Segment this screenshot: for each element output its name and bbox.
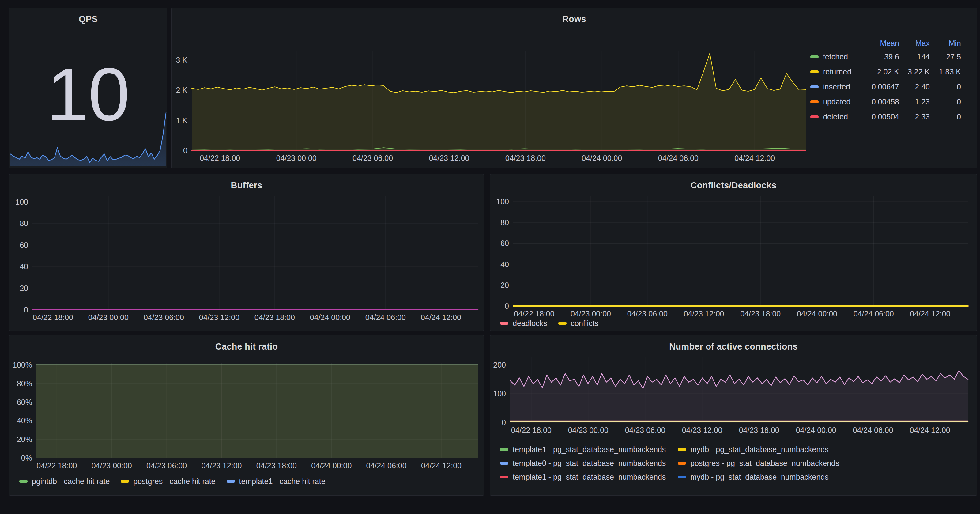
x-axis-label: 04/24 00:00	[311, 461, 352, 470]
legend-label: template0 - pg_stat_database_numbackends	[513, 459, 666, 468]
legend-item[interactable]: template1 - cache hit rate	[227, 477, 326, 486]
stat-row: updated0.004581.230	[810, 94, 961, 109]
legend-swatch-icon	[810, 56, 819, 58]
legend-label: inserted	[823, 83, 850, 91]
x-axis-label: 04/24 00:00	[796, 426, 836, 434]
legend-label: template1 - pg_stat_database_numbackends	[513, 473, 666, 482]
legend-item[interactable]: template1 - pg_stat_database_numbackends	[500, 445, 678, 454]
buffers-chart[interactable]: 04/22 18:0004/23 00:0004/23 06:0004/23 1…	[10, 174, 484, 331]
stat-row: deleted0.005042.330	[810, 109, 961, 124]
legend-swatch-icon	[500, 448, 508, 451]
x-axis-label: 04/23 18:00	[255, 313, 295, 321]
x-axis-label: 04/24 06:00	[366, 461, 407, 470]
x-axis-label: 04/23 00:00	[88, 313, 129, 321]
x-axis-label: 04/23 06:00	[144, 313, 184, 321]
y-axis-label: 20%	[17, 435, 32, 444]
stat-col-header[interactable]: Max	[899, 39, 930, 48]
stat-series-cell[interactable]: fetched	[810, 53, 865, 61]
stat-col-header[interactable]: Mean	[865, 39, 899, 48]
conflicts-legend: deadlocksconflicts	[500, 319, 598, 328]
x-axis-label: 04/24 00:00	[582, 154, 622, 162]
y-axis-label: 40%	[17, 416, 32, 425]
panel-qps: QPS 10	[9, 8, 167, 169]
legend-swatch-icon	[500, 476, 508, 479]
y-axis-label: 2 K	[176, 86, 188, 94]
x-axis-label: 04/23 18:00	[256, 461, 297, 470]
legend-item[interactable]: mydb - pg_stat_database_numbackends	[678, 445, 966, 454]
x-axis-label: 04/23 00:00	[571, 309, 611, 318]
legend-item[interactable]: postgres - cache hit rate	[121, 477, 215, 486]
legend-swatch-icon	[678, 476, 686, 479]
stat-value: 27.5	[930, 53, 961, 61]
legend-swatch-icon	[19, 480, 27, 483]
y-axis-label: 40	[500, 260, 509, 269]
y-axis-label: 80	[20, 219, 28, 228]
x-axis-label: 04/23 00:00	[568, 426, 609, 434]
stat-value: 144	[899, 53, 930, 61]
legend-swatch-icon	[810, 116, 819, 118]
legend-label: template1 - pg_stat_database_numbackends	[513, 445, 666, 454]
legend-item[interactable]: pgintdb - cache hit rate	[19, 477, 110, 486]
legend-swatch-icon	[810, 86, 819, 88]
stat-value: 0.00458	[865, 97, 899, 106]
legend-label: deleted	[823, 112, 848, 121]
stat-value: 39.6	[865, 53, 899, 61]
x-axis-label: 04/22 18:00	[37, 461, 77, 470]
stat-series-cell[interactable]: inserted	[810, 83, 865, 91]
x-axis-label: 04/24 12:00	[910, 426, 950, 434]
x-axis-label: 04/23 12:00	[201, 461, 242, 470]
cache-legend: pgintdb - cache hit ratepostgres - cache…	[19, 477, 326, 486]
qps-sparkline[interactable]	[10, 8, 167, 168]
legend-label: fetched	[823, 53, 848, 61]
panel-rows: Rows 04/22 18:0004/23 00:0004/23 06:0004…	[172, 8, 977, 169]
legend-item[interactable]: mydb - pg_stat_database_numbackends	[678, 473, 966, 482]
x-axis-label: 04/23 00:00	[92, 461, 132, 470]
legend-item[interactable]: postgres - pg_stat_database_numbackends	[678, 459, 966, 468]
legend-item[interactable]: template1 - pg_stat_database_numbackends	[500, 473, 678, 482]
y-axis-label: 100	[493, 389, 506, 398]
y-axis-label: 100%	[13, 361, 32, 369]
legend-swatch-icon	[227, 480, 235, 483]
stat-value: 1.83 K	[930, 67, 961, 76]
x-axis-label: 04/23 06:00	[353, 154, 393, 162]
x-axis-label: 04/24 12:00	[421, 461, 461, 470]
y-axis-label: 200	[493, 361, 506, 369]
x-axis-label: 04/22 18:00	[33, 313, 73, 321]
legend-label: mydb - pg_stat_database_numbackends	[690, 473, 829, 482]
legend-label: postgres - pg_stat_database_numbackends	[690, 459, 839, 468]
stat-col-header[interactable]: Min	[930, 39, 961, 48]
x-axis-label: 04/22 18:00	[514, 309, 554, 318]
stat-value: 2.02 K	[865, 67, 899, 76]
panel-conflicts: Conflicts/Deadlocks 04/22 18:0004/23 00:…	[490, 174, 977, 331]
legend-swatch-icon	[121, 480, 129, 483]
legend-swatch-icon	[558, 322, 566, 325]
y-axis-label: 0	[24, 306, 28, 314]
cache-chart[interactable]: 04/22 18:0004/23 00:0004/23 06:0004/23 1…	[10, 336, 484, 495]
connections-legend: template1 - pg_stat_database_numbackends…	[500, 445, 966, 482]
stat-series-cell[interactable]: updated	[810, 97, 865, 106]
stat-series-cell[interactable]: returned	[810, 67, 865, 76]
legend-item[interactable]: deadlocks	[500, 319, 547, 328]
series-area	[37, 365, 478, 458]
stat-value: 1.23	[899, 97, 930, 106]
stat-value: 0	[930, 97, 961, 106]
x-axis-label: 04/23 12:00	[682, 426, 722, 434]
x-axis-label: 04/24 06:00	[658, 154, 698, 162]
grafana-dashboard: QPS 10 Rows 04/22 18:0004/23 00:0004/23 …	[0, 0, 980, 514]
stat-series-cell[interactable]: deleted	[810, 112, 865, 121]
y-axis-label: 1 K	[176, 116, 188, 125]
panel-cache: Cache hit ratio 04/22 18:0004/23 00:0004…	[9, 335, 484, 496]
legend-item[interactable]: template0 - pg_stat_database_numbackends	[500, 459, 678, 468]
x-axis-label: 04/22 18:00	[511, 426, 552, 434]
rows-legend-table: MeanMaxMinfetched39.614427.5returned2.02…	[810, 37, 961, 124]
x-axis-label: 04/24 00:00	[310, 313, 350, 321]
legend-label: returned	[823, 67, 851, 76]
y-axis-label: 100	[496, 197, 509, 206]
y-axis-label: 20	[20, 284, 28, 293]
stat-header-row: MeanMaxMin	[810, 37, 961, 49]
legend-item[interactable]: conflicts	[558, 319, 598, 328]
x-axis-label: 04/24 06:00	[853, 426, 893, 434]
conflicts-chart[interactable]: 04/22 18:0004/23 00:0004/23 06:0004/23 1…	[490, 174, 977, 331]
x-axis-label: 04/24 00:00	[797, 309, 837, 318]
series-area	[510, 371, 968, 422]
